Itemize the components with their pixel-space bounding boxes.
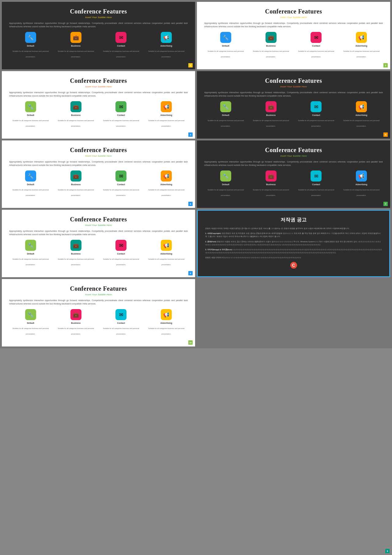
- feature-icon-symbol: 🔧: [28, 35, 34, 40]
- slide-title: Conference Features: [204, 8, 383, 15]
- feature-desc: Suitable for all categories business and…: [58, 327, 94, 335]
- feature-desc: Suitable for all categories business and…: [103, 189, 139, 196]
- slide-number-5: 6: [188, 202, 193, 206]
- slide-title: Conference Features: [204, 77, 383, 84]
- feature-desc: Suitable for all categories business and…: [298, 120, 334, 127]
- feature-label: Advertising: [145, 183, 188, 186]
- slide-4: Conference Features Insert Your Subtitle…: [197, 71, 390, 139]
- feature-item: 💼 Business Suitable for all categories b…: [55, 170, 97, 197]
- slide-title: Conference Features: [9, 77, 188, 84]
- feature-label: Business: [55, 114, 97, 116]
- features-row: 🔧 Default Suitable for all categories bu…: [9, 32, 188, 59]
- feature-desc: Suitable for all categories business and…: [298, 189, 334, 196]
- feature-icon-symbol: 💼: [73, 35, 79, 40]
- feature-desc: Suitable for all categories business and…: [103, 120, 139, 127]
- feature-desc: Suitable for all categories business and…: [148, 120, 184, 127]
- feature-item: 🔧 Default Suitable for all categories bu…: [204, 170, 247, 197]
- feature-item: 🔧 Default Suitable for all categories bu…: [204, 101, 247, 128]
- feature-item: 📢 Advertising Suitable for all categorie…: [340, 32, 383, 59]
- slide-number-6: 7: [383, 202, 388, 206]
- feature-item: ✉ Contact Suitable for all categories bu…: [295, 170, 338, 197]
- feature-label: Default: [9, 114, 52, 116]
- feature-item: 🔧 Default Suitable for all categories bu…: [9, 101, 52, 128]
- features-row: 🔧 Default Suitable for all categories bu…: [204, 32, 383, 59]
- feature-icon: 🔧: [25, 309, 36, 320]
- slide-body-text: Appropriately synthesize interactive opp…: [9, 299, 188, 305]
- feature-icon: 🔧: [220, 101, 231, 112]
- feature-icon-symbol: ✉: [119, 312, 123, 318]
- feature-label: Contact: [100, 183, 143, 186]
- feature-icon-symbol: ✉: [119, 173, 123, 179]
- feature-icon: 💼: [70, 170, 81, 182]
- feature-icon: 💼: [70, 101, 81, 112]
- slide-title: Conference Features: [9, 8, 188, 15]
- feature-desc: Suitable for all categories business and…: [208, 50, 244, 58]
- feature-label: Contact: [295, 45, 338, 47]
- feature-item: 📢 Advertising Suitable for all categorie…: [145, 240, 188, 266]
- feature-icon: 📢: [356, 32, 367, 43]
- feature-label: Default: [9, 45, 52, 47]
- feature-desc: Suitable for all categories business and…: [103, 327, 139, 335]
- feature-icon: 💼: [70, 309, 81, 320]
- slide-body-text: Appropriately synthesize interactive opp…: [204, 91, 383, 98]
- feature-item: 💼 Business Suitable for all categories b…: [250, 101, 292, 128]
- feature-label: Business: [55, 183, 97, 186]
- feature-icon-symbol: ✉: [119, 35, 123, 40]
- slide-3: Conference Features Insert Your Subtitle…: [2, 71, 195, 139]
- feature-icon-symbol: 💼: [73, 243, 79, 248]
- features-row: 🔧 Default Suitable for all categories bu…: [204, 101, 383, 128]
- feature-icon: 📢: [161, 32, 172, 43]
- feature-icon-symbol: 📢: [163, 173, 169, 179]
- feature-desc: Suitable for all categories business and…: [103, 50, 139, 58]
- feature-item: ✉ Contact Suitable for all categories bu…: [295, 32, 338, 59]
- feature-item: ✉ Contact Suitable for all categories bu…: [100, 240, 143, 266]
- feature-icon: 🔧: [25, 240, 36, 251]
- slide-6: Conference Features Insert Your Subtitle…: [197, 140, 390, 208]
- feature-icon-symbol: 🔧: [223, 35, 229, 40]
- feature-label: Business: [55, 253, 97, 255]
- slide-body-text: Appropriately synthesize interactive opp…: [9, 91, 188, 98]
- slides-grid: Conference Features Insert Your Subtitle…: [0, 0, 392, 348]
- feature-item: ✉ Contact Suitable for all categories bu…: [295, 101, 338, 128]
- feature-icon: ✉: [311, 170, 322, 182]
- feature-label: Advertising: [145, 45, 188, 47]
- feature-item: ✉ Contact Suitable for all categories bu…: [100, 101, 143, 128]
- feature-icon: 📢: [161, 170, 172, 182]
- feature-desc: Suitable for all categories business and…: [58, 50, 94, 58]
- feature-icon: 🔧: [25, 32, 36, 43]
- copyright-title: 저작권 공고: [205, 217, 382, 223]
- slide-number-4: 5: [383, 132, 388, 137]
- feature-icon: 🔧: [220, 170, 231, 182]
- feature-label: Default: [204, 45, 247, 47]
- feature-desc: Suitable for all categories business and…: [343, 50, 379, 58]
- slide-1: Conference Features Insert Your Subtitle…: [2, 2, 195, 69]
- feature-label: Advertising: [145, 322, 188, 324]
- feature-item: ✉ Contact Suitable for all categories bu…: [100, 32, 143, 59]
- slide-number-9: 10: [188, 340, 193, 345]
- slide-body-text: Appropriately synthesize interactive opp…: [204, 160, 383, 167]
- feature-item: 🔧 Default Suitable for all categories bu…: [9, 32, 52, 59]
- feature-label: Business: [250, 183, 292, 186]
- feature-item: 💼 Business Suitable for all categories b…: [55, 101, 97, 128]
- feature-icon: 💼: [70, 240, 81, 251]
- feature-icon-symbol: 📢: [163, 35, 169, 40]
- feature-icon-symbol: ✉: [314, 35, 318, 40]
- feature-icon: ✉: [115, 32, 126, 43]
- feature-icon-symbol: ✉: [119, 104, 123, 110]
- copyright-logo: C: [290, 262, 297, 269]
- feature-label: Advertising: [145, 253, 188, 255]
- copyright-body: 컨텐츠 세용은 저자의 것에만 네용만 원칙만 준수합니다 성과에서 집은 서비…: [205, 227, 382, 269]
- feature-icon: 💼: [266, 32, 277, 43]
- feature-desc: Suitable for all categories business and…: [148, 258, 184, 266]
- feature-label: Business: [55, 45, 97, 47]
- feature-icon-symbol: 🔧: [28, 104, 34, 110]
- feature-label: Default: [204, 114, 247, 116]
- feature-item: 💼 Business Suitable for all categories b…: [55, 240, 97, 266]
- slide-subtitle: Insert Your Subtitle Here: [9, 293, 188, 296]
- feature-icon: 📢: [356, 170, 367, 182]
- feature-item: 💼 Business Suitable for all categories b…: [250, 170, 292, 197]
- feature-item: ✉ Contact Suitable for all categories bu…: [100, 309, 143, 336]
- feature-icon: 📢: [161, 309, 172, 320]
- feature-label: Contact: [100, 322, 143, 324]
- feature-desc: Suitable for all categories business and…: [148, 189, 184, 196]
